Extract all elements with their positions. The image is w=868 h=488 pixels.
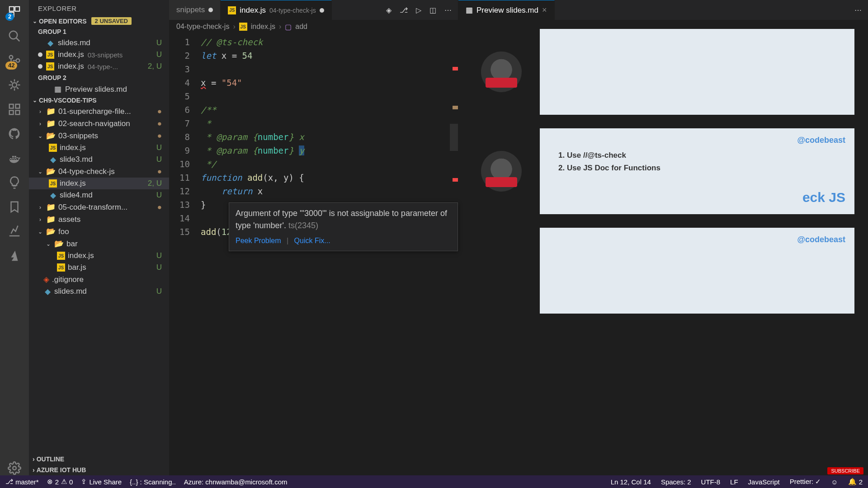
svg-point-5 (9, 56, 13, 59)
slide-card: @codebeast (540, 228, 854, 314)
feedback-icon[interactable]: ☺ (831, 478, 838, 486)
open-editor-item[interactable]: ▦ Preview slides.md (29, 83, 169, 95)
close-icon[interactable]: × (542, 5, 547, 15)
tree-folder[interactable]: ⌄📂 03-snippets ● (29, 130, 169, 142)
more-icon[interactable]: ⋯ (444, 6, 452, 14)
svg-point-8 (12, 83, 17, 87)
notifications-icon[interactable]: 🔔2 (848, 478, 863, 486)
svg-rect-11 (9, 111, 14, 115)
debug-icon[interactable] (7, 78, 22, 92)
language-status[interactable]: JavaScript (748, 478, 780, 486)
preview-icon: ▦ (54, 84, 61, 94)
eol-status[interactable]: LF (730, 478, 738, 486)
markdown-preview[interactable]: @codebeast eck JS Use //@ts-check Use JS… (458, 20, 868, 475)
graph-icon[interactable] (7, 224, 22, 239)
svg-rect-10 (16, 104, 20, 108)
status-bar: ⎇master* ⊗2⚠0 ⇪Live Share {..} : Scannin… (0, 475, 868, 488)
tree-folder[interactable]: ›📁 02-search-navigation ● (29, 117, 169, 130)
tree-file[interactable]: bar.js U (29, 262, 169, 273)
svg-line-4 (16, 38, 20, 42)
explorer-title: EXPLORER (29, 0, 169, 16)
peek-problem-link[interactable]: Peek Problem (236, 237, 281, 244)
bookmark-icon[interactable] (7, 200, 22, 214)
sidebar: EXPLORER ⌄ OPEN EDITORS 2 UNSAVED GROUP … (29, 0, 169, 475)
modified-dot-icon (208, 8, 213, 12)
tab[interactable]: ▦ Preview slides.md × (458, 0, 555, 20)
svg-rect-1 (15, 7, 19, 11)
mascot-image (481, 151, 522, 192)
git-icon[interactable]: ⎇ (400, 6, 408, 14)
hover-tooltip: Argument of type '"3000"' is not assigna… (229, 202, 458, 251)
extensions-icon[interactable] (7, 102, 22, 117)
prettier-status[interactable]: Prettier: ✓ (790, 478, 821, 486)
mascot-image (481, 52, 522, 92)
liveshare-status[interactable]: ⇪Live Share (81, 478, 122, 486)
source-control-icon[interactable]: 42 (7, 53, 22, 68)
open-editors-header[interactable]: ⌄ OPEN EDITORS 2 UNSAVED (29, 16, 169, 26)
scm-badge: 42 (5, 61, 17, 70)
tab[interactable]: snippets (169, 0, 221, 20)
indent-status[interactable]: Spaces: 2 (661, 478, 691, 486)
slide-card: @codebeast eck JS Use //@ts-check Use JS… (540, 128, 854, 214)
gutter: 12345 678910 1112131415 (169, 33, 201, 475)
split-icon[interactable]: ◫ (429, 6, 436, 14)
run-icon[interactable]: ▷ (416, 6, 421, 14)
unsaved-badge: 2 UNSAVED (91, 17, 132, 25)
open-editor-item[interactable]: ◆ slides.md U (29, 37, 169, 49)
tree-folder[interactable]: ›📁 01-supercharge-file... ● (29, 105, 169, 117)
tree-folder[interactable]: ›📁 assets (29, 213, 169, 225)
svg-rect-12 (16, 111, 20, 115)
quick-fix-link[interactable]: Quick Fix... (294, 237, 330, 244)
svg-point-13 (13, 466, 16, 470)
editor-group-2: ▦ Preview slides.md × ⋯ (458, 0, 868, 475)
settings-icon[interactable] (7, 461, 22, 475)
tree-folder[interactable]: ⌄📂 foo (29, 225, 169, 238)
svg-rect-0 (9, 7, 14, 11)
search-icon[interactable] (7, 29, 22, 43)
tab[interactable]: index.js 04-type-check-js (221, 0, 331, 20)
tree-file[interactable]: index.js U (29, 250, 169, 262)
azure-icon[interactable] (7, 249, 22, 263)
azure-section[interactable]: ›AZURE IOT HUB (29, 465, 169, 475)
minimap[interactable] (450, 33, 458, 475)
svg-point-3 (9, 31, 18, 39)
tree-folder[interactable]: ›📁 05-code-transform... ● (29, 201, 169, 213)
code-editor[interactable]: 12345 678910 1112131415 // @ts-check let… (169, 33, 458, 475)
modified-dot-icon (320, 8, 324, 13)
scanning-status[interactable]: {..} : Scanning.. (130, 478, 176, 486)
svg-point-7 (16, 59, 20, 62)
files-badge: 2 (5, 13, 14, 21)
encoding-status[interactable]: UTF-8 (701, 478, 721, 486)
outline-section[interactable]: ›OUTLINE (29, 454, 169, 465)
cursor-position[interactable]: Ln 12, Col 14 (611, 478, 651, 486)
tree-file[interactable]: index.js U (29, 142, 169, 154)
compare-icon[interactable]: ◈ (386, 6, 392, 14)
problems-status[interactable]: ⊗2⚠0 (47, 478, 73, 486)
tree-file[interactable]: ◆ slide4.md U (29, 189, 169, 201)
open-editor-item[interactable]: index.js 04-type-... 2, U (29, 61, 169, 72)
azure-status[interactable]: Azure: chnwamba@microsoft.com (184, 478, 288, 486)
tree-file[interactable]: ◆ slides.md U (29, 286, 169, 297)
tree-folder[interactable]: ⌄📂 04-type-check-js ● (29, 165, 169, 178)
open-editor-item[interactable]: index.js 03-snippets U (29, 49, 169, 61)
breadcrumb[interactable]: 04-type-check-js › index.js › ▢ add (169, 20, 458, 33)
explorer-icon[interactable]: 2 (7, 5, 22, 19)
editor-group-1: snippets index.js 04-type-check-js ◈ ⎇ ▷… (169, 0, 458, 475)
tree-folder[interactable]: ⌄📂 bar (29, 238, 169, 250)
tree-file[interactable]: index.js 2, U (29, 178, 169, 189)
docker-icon[interactable] (7, 151, 22, 165)
lightbulb-icon[interactable] (7, 175, 22, 190)
github-icon[interactable] (7, 127, 22, 141)
preview-icon: ▦ (466, 5, 473, 15)
svg-rect-9 (9, 104, 14, 108)
workspace-header[interactable]: ⌄ CH9-VSCODE-TIPS (29, 95, 169, 105)
subscribe-overlay: SUBSCRIBE (827, 467, 863, 474)
branch-status[interactable]: ⎇master* (5, 478, 39, 486)
more-icon[interactable]: ⋯ (854, 6, 862, 14)
tree-file[interactable]: ◈ .gitignore (29, 273, 169, 286)
tab-bar: snippets index.js 04-type-check-js ◈ ⎇ ▷… (169, 0, 458, 20)
slide-card (540, 29, 854, 115)
tree-file[interactable]: ◆ slide3.md U (29, 154, 169, 165)
activity-bar: 2 42 (0, 0, 29, 475)
